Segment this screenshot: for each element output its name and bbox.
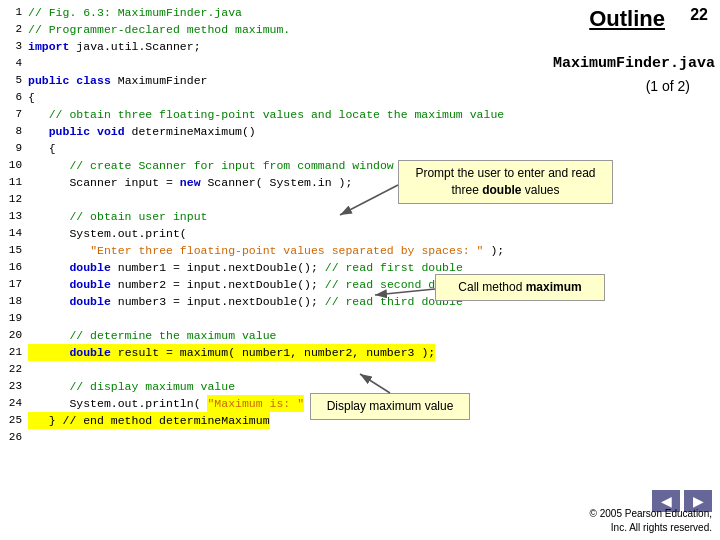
code-text-21b: result = maximum( number1, number2, numb… [111, 344, 435, 361]
code-text-11: Scanner input = [28, 174, 180, 191]
line-num-7: 7 [4, 106, 22, 123]
callout-display-box: Display maximum value [310, 393, 470, 420]
code-line-6: 6 { [4, 89, 710, 106]
code-line-21: 21 double result = maximum( number1, num… [4, 344, 710, 361]
line-num-13: 13 [4, 208, 22, 225]
callout-display-text: Display maximum value [327, 399, 454, 413]
code-text-5a: public class [28, 72, 111, 89]
line-num-3: 3 [4, 38, 22, 55]
line-num-16: 16 [4, 259, 22, 276]
code-text-18a: double [28, 293, 111, 310]
callout-prompt-text: Prompt the user to enter and read three … [415, 166, 595, 197]
line-num-24: 24 [4, 395, 22, 412]
code-text-9: { [28, 140, 56, 157]
code-text-5b: MaximumFinder [111, 72, 208, 89]
code-text-3b: java.util.Scanner; [69, 38, 200, 55]
code-text-17a: double [28, 276, 111, 293]
code-line-1: 1 // Fig. 6.3: MaximumFinder.java [4, 4, 710, 21]
line-num-22: 22 [4, 361, 22, 378]
line-num-8: 8 [4, 123, 22, 140]
callout-maximum-box: Call method maximum [435, 274, 605, 301]
code-text-21a: double [28, 344, 111, 361]
code-text-15b: "Enter three floating-point values separ… [90, 242, 483, 259]
code-text-2: // Programmer-declared method maximum. [28, 21, 290, 38]
code-text-24a: System.out.println( [28, 395, 207, 412]
code-line-3: 3 import java.util.Scanner; [4, 38, 710, 55]
code-text-20: // determine the maximum value [28, 327, 276, 344]
code-line-7: 7 // obtain three floating-point values … [4, 106, 710, 123]
line-num-18: 18 [4, 293, 22, 310]
code-line-9: 9 { [4, 140, 710, 157]
line-num-26: 26 [4, 429, 22, 446]
line-num-9: 9 [4, 140, 22, 157]
code-line-14: 14 System.out.print( [4, 225, 710, 242]
callout-maximum-text: Call method maximum [458, 280, 581, 294]
code-text-15c: ); [484, 242, 505, 259]
code-line-4: 4 [4, 55, 710, 72]
line-num-20: 20 [4, 327, 22, 344]
line-num-21: 21 [4, 344, 22, 361]
code-line-8: 8 public void determineMaximum() [4, 123, 710, 140]
code-line-20: 20 // determine the maximum value [4, 327, 710, 344]
code-line-22: 22 [4, 361, 710, 378]
code-area: 1 // Fig. 6.3: MaximumFinder.java 2 // P… [0, 0, 710, 446]
code-text-17b: number2 = input.nextDouble(); [111, 276, 325, 293]
line-num-10: 10 [4, 157, 22, 174]
line-num-5: 5 [4, 72, 22, 89]
line-num-25: 25 [4, 412, 22, 429]
code-text-11b: new [180, 174, 201, 191]
code-text-8a: public void [28, 123, 125, 140]
line-num-17: 17 [4, 276, 22, 293]
code-line-2: 2 // Programmer-declared method maximum. [4, 21, 710, 38]
line-num-14: 14 [4, 225, 22, 242]
line-num-23: 23 [4, 378, 22, 395]
code-text-25: } // end method determineMaximum [28, 412, 270, 429]
code-line-13: 13 // obtain user input [4, 208, 710, 225]
line-num-4: 4 [4, 55, 22, 72]
code-text-6: { [28, 89, 35, 106]
line-num-6: 6 [4, 89, 22, 106]
code-text-3: import [28, 38, 69, 55]
code-text-15a [28, 242, 90, 259]
code-text-23: // display maximum value [28, 378, 235, 395]
code-text-18b: number3 = input.nextDouble(); [111, 293, 325, 310]
code-text-10: // create Scanner for input from command… [28, 157, 394, 174]
line-num-19: 19 [4, 310, 22, 327]
code-line-15: 15 "Enter three floating-point values se… [4, 242, 710, 259]
code-line-19: 19 [4, 310, 710, 327]
line-num-12: 12 [4, 191, 22, 208]
code-text-8b: determineMaximum() [125, 123, 256, 140]
code-text-14: System.out.print( [28, 225, 187, 242]
line-num-11: 11 [4, 174, 22, 191]
code-text-24b: "Maximum is: " [207, 395, 304, 412]
line-num-1: 1 [4, 4, 22, 21]
callout-prompt-box: Prompt the user to enter and read three … [398, 160, 613, 204]
line-num-15: 15 [4, 242, 22, 259]
code-text-7: // obtain three floating-point values an… [28, 106, 504, 123]
line-num-2: 2 [4, 21, 22, 38]
code-line-26: 26 [4, 429, 710, 446]
copyright-text: © 2005 Pearson Education, Inc. All right… [590, 507, 712, 535]
code-text-16a: double [28, 259, 111, 276]
code-line-5: 5 public class MaximumFinder [4, 72, 710, 89]
code-text-16b: number1 = input.nextDouble(); [111, 259, 325, 276]
code-text-11c: Scanner( System.in ); [201, 174, 353, 191]
code-text-13: // obtain user input [28, 208, 207, 225]
code-text-1: // Fig. 6.3: MaximumFinder.java [28, 4, 242, 21]
